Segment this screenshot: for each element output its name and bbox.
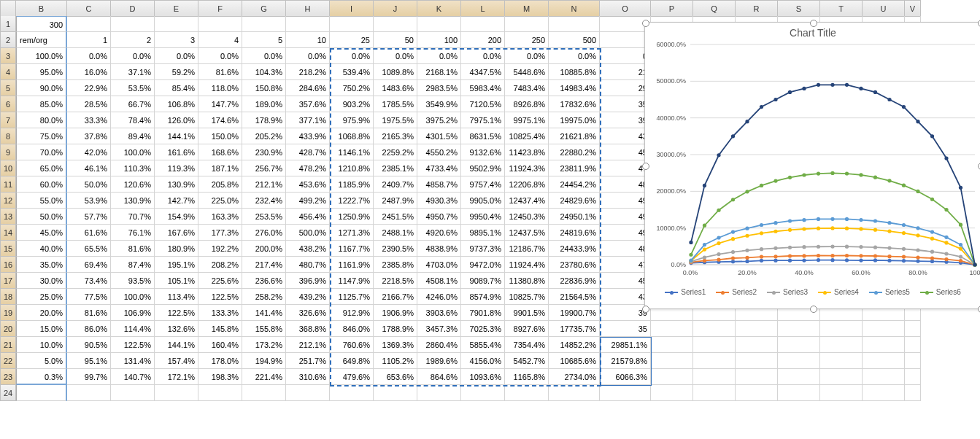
cell-E2[interactable]: 3 <box>155 32 198 48</box>
cell-D7[interactable]: 78.4% <box>111 112 155 128</box>
cell-C2[interactable]: 1 <box>67 32 111 48</box>
cell-F6[interactable]: 147.7% <box>198 96 242 112</box>
row-header-7[interactable]: 7 <box>0 112 16 128</box>
cell-K20[interactable]: 3457.3% <box>417 321 461 337</box>
cell-E1[interactable] <box>155 16 198 32</box>
col-header-G[interactable]: G <box>242 0 286 16</box>
cell-I5[interactable]: 750.2% <box>330 80 374 96</box>
cell-M7[interactable]: 9975.1% <box>505 112 549 128</box>
cell-C11[interactable]: 50.0% <box>67 176 111 193</box>
cell-K6[interactable]: 3549.9% <box>417 96 461 112</box>
cell-B15[interactable]: 40.0% <box>16 241 67 257</box>
cell-I12[interactable]: 1222.7% <box>330 193 374 209</box>
cell-L20[interactable]: 7025.3% <box>461 321 505 337</box>
cell-R24[interactable] <box>736 385 778 401</box>
cell-J16[interactable]: 2385.8% <box>374 257 417 273</box>
cell-E23[interactable]: 172.1% <box>155 369 198 385</box>
cell-N16[interactable]: 23780.6% <box>549 257 600 273</box>
row-header-6[interactable]: 6 <box>0 96 16 112</box>
cell-H15[interactable]: 438.2% <box>286 241 330 257</box>
cell-H23[interactable]: 310.6% <box>286 369 330 385</box>
cell-U20[interactable] <box>863 321 905 337</box>
cell-C7[interactable]: 33.3% <box>67 112 111 128</box>
cell-C23[interactable]: 99.7% <box>67 369 111 385</box>
cell-E8[interactable]: 144.1% <box>155 128 198 144</box>
resize-handle[interactable] <box>642 306 649 313</box>
cell-I9[interactable]: 1146.1% <box>330 144 374 160</box>
cell-E22[interactable]: 157.4% <box>155 353 198 369</box>
legend-item-Series5[interactable]: Series5 <box>869 288 910 297</box>
cell-E13[interactable]: 154.9% <box>155 209 198 225</box>
cell-S20[interactable] <box>778 321 820 337</box>
cell-F8[interactable]: 150.0% <box>198 128 242 144</box>
col-header-T[interactable]: T <box>820 0 863 16</box>
cell-H7[interactable]: 377.1% <box>286 112 330 128</box>
resize-handle[interactable] <box>810 20 817 27</box>
row-header-5[interactable]: 5 <box>0 80 16 96</box>
cell-K2[interactable]: 100 <box>417 32 461 48</box>
cell-M3[interactable]: 0.0% <box>505 48 549 64</box>
col-header-Q[interactable]: Q <box>693 0 736 16</box>
cell-D4[interactable]: 37.1% <box>111 64 155 80</box>
cell-K4[interactable]: 2168.1% <box>417 64 461 80</box>
cell-N9[interactable]: 22880.2% <box>549 144 600 160</box>
cell-N4[interactable]: 10885.8% <box>549 64 600 80</box>
cell-I6[interactable]: 903.2% <box>330 96 374 112</box>
cell-E15[interactable]: 180.9% <box>155 241 198 257</box>
row-header-13[interactable]: 13 <box>0 209 16 225</box>
cell-F20[interactable]: 145.8% <box>198 321 242 337</box>
cell-N14[interactable]: 24819.6% <box>549 225 600 241</box>
cell-O13[interactable]: 49 <box>600 209 651 225</box>
cell-I8[interactable]: 1068.8% <box>330 128 374 144</box>
cell-H4[interactable]: 218.2% <box>286 64 330 80</box>
cell-G6[interactable]: 189.0% <box>242 96 286 112</box>
cell-F15[interactable]: 192.2% <box>198 241 242 257</box>
row-header-18[interactable]: 18 <box>0 289 16 305</box>
cell-G14[interactable]: 276.0% <box>242 225 286 241</box>
cell-B6[interactable]: 85.0% <box>16 96 67 112</box>
cell-N1[interactable] <box>549 16 600 32</box>
cell-K9[interactable]: 4550.2% <box>417 144 461 160</box>
cell-C5[interactable]: 22.9% <box>67 80 111 96</box>
cell-E6[interactable]: 106.8% <box>155 96 198 112</box>
cell-L19[interactable]: 7901.8% <box>461 305 505 321</box>
cell-D10[interactable]: 110.3% <box>111 160 155 176</box>
cell-J4[interactable]: 1089.8% <box>374 64 417 80</box>
cell-H12[interactable]: 499.2% <box>286 193 330 209</box>
cell-P21[interactable] <box>651 337 693 353</box>
cell-O24[interactable] <box>600 385 651 401</box>
col-header-M[interactable]: M <box>505 0 549 16</box>
cell-B5[interactable]: 90.0% <box>16 80 67 96</box>
cell-K1[interactable] <box>417 16 461 32</box>
cell-H13[interactable]: 456.4% <box>286 209 330 225</box>
resize-handle[interactable] <box>642 163 649 170</box>
cell-V23[interactable] <box>905 369 921 385</box>
cell-Q20[interactable] <box>693 321 736 337</box>
cell-P20[interactable] <box>651 321 693 337</box>
cell-O11[interactable]: 48 <box>600 176 651 193</box>
cell-K21[interactable]: 2860.4% <box>417 337 461 353</box>
cell-I20[interactable]: 846.0% <box>330 321 374 337</box>
cell-J1[interactable] <box>374 16 417 32</box>
cell-G2[interactable]: 5 <box>242 32 286 48</box>
cell-M22[interactable]: 5452.7% <box>505 353 549 369</box>
cell-I23[interactable]: 479.6% <box>330 369 374 385</box>
cell-K15[interactable]: 4838.9% <box>417 241 461 257</box>
cell-K17[interactable]: 4508.1% <box>417 273 461 289</box>
cell-D6[interactable]: 66.7% <box>111 96 155 112</box>
cell-V20[interactable] <box>905 321 921 337</box>
cell-F23[interactable]: 198.3% <box>198 369 242 385</box>
cell-O20[interactable]: 35 <box>600 321 651 337</box>
cell-H3[interactable]: 0.0% <box>286 48 330 64</box>
cell-J22[interactable]: 1105.2% <box>374 353 417 369</box>
cell-G10[interactable]: 256.7% <box>242 160 286 176</box>
cell-M10[interactable]: 11924.3% <box>505 160 549 176</box>
cell-J13[interactable]: 2451.5% <box>374 209 417 225</box>
row-header-17[interactable]: 17 <box>0 273 16 289</box>
cell-B16[interactable]: 35.0% <box>16 257 67 273</box>
cell-I7[interactable]: 975.9% <box>330 112 374 128</box>
cell-E18[interactable]: 113.4% <box>155 289 198 305</box>
cell-L17[interactable]: 9089.7% <box>461 273 505 289</box>
cell-N2[interactable]: 500 <box>549 32 600 48</box>
cell-T22[interactable] <box>820 353 863 369</box>
